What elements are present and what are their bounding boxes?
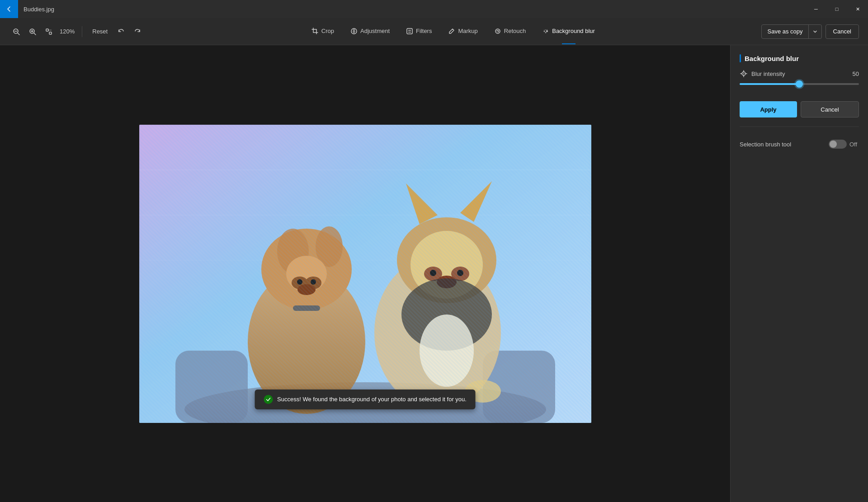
blur-slider-thumb[interactable]: [796, 80, 803, 88]
blur-slider-track: [740, 83, 859, 85]
zoom-level: 120%: [58, 28, 76, 35]
blur-slider-fill: [740, 83, 799, 85]
svg-point-12: [354, 29, 355, 30]
selection-brush-toggle[interactable]: [829, 140, 847, 149]
background-blur-icon: [542, 28, 549, 35]
zoom-controls: 120% Reset: [9, 24, 145, 39]
toolbar-actions: Save as copy Cancel: [761, 24, 859, 39]
success-icon: [264, 395, 273, 404]
svg-point-18: [544, 30, 545, 32]
save-copy-button[interactable]: Save as copy: [761, 24, 821, 39]
apply-button[interactable]: Apply: [740, 101, 797, 117]
blur-intensity-icon: [740, 70, 748, 78]
tool-navigation: Crop Adjustment Filters: [145, 18, 761, 45]
blur-intensity-label: Blur intensity: [751, 70, 844, 77]
blur-intensity-section: Blur intensity 50: [740, 70, 859, 94]
toggle-knob: [830, 141, 837, 148]
main-toolbar: 120% Reset Crop: [0, 18, 868, 45]
main-content: Success! We found the background of your…: [0, 45, 868, 502]
minimize-button[interactable]: ─: [806, 0, 826, 18]
svg-rect-14: [407, 28, 412, 34]
success-toast: Success! We found the background of your…: [255, 389, 476, 409]
adjustment-tool[interactable]: Adjustment: [342, 18, 398, 45]
selection-overlay: [139, 125, 591, 423]
maximize-button[interactable]: □: [826, 0, 847, 18]
toggle-state-label: Off: [849, 141, 857, 148]
svg-rect-7: [46, 29, 48, 31]
close-button[interactable]: ✕: [847, 0, 868, 18]
svg-point-13: [354, 32, 355, 33]
svg-line-4: [34, 33, 36, 35]
svg-point-19: [545, 29, 546, 30]
adjustment-icon: [350, 28, 358, 35]
svg-line-1: [18, 33, 19, 35]
photo-container: Success! We found the background of your…: [139, 125, 591, 423]
filename-title: Buddies.jpg: [18, 6, 54, 13]
background-blur-tool[interactable]: Background blur: [534, 18, 603, 45]
markup-icon: [448, 28, 455, 35]
retouch-tool[interactable]: Retouch: [486, 18, 534, 45]
svg-point-17: [495, 29, 500, 33]
panel-title: Background blur: [740, 54, 859, 62]
fit-button[interactable]: [42, 24, 56, 39]
zoom-in-button[interactable]: [25, 24, 40, 39]
crop-tool[interactable]: Crop: [303, 18, 342, 45]
blur-intensity-value: 50: [848, 70, 859, 77]
window-controls: ─ □ ✕: [806, 0, 868, 18]
back-button[interactable]: [0, 0, 18, 18]
markup-tool[interactable]: Markup: [440, 18, 486, 45]
panel-cancel-button[interactable]: Cancel: [801, 101, 859, 117]
selection-brush-label: Selection brush tool: [740, 141, 825, 148]
dogs-image: [139, 125, 591, 423]
panel-divider: [740, 127, 859, 127]
svg-point-20: [546, 30, 548, 32]
divider-1: [82, 26, 82, 37]
zoom-out-button[interactable]: [9, 24, 24, 39]
svg-rect-8: [49, 32, 52, 34]
canvas-area: Success! We found the background of your…: [0, 45, 730, 502]
photo: [139, 125, 591, 423]
accent-bar: [740, 54, 741, 62]
svg-point-23: [547, 29, 547, 30]
svg-point-57: [743, 73, 745, 75]
action-buttons: Apply Cancel: [740, 101, 859, 117]
blur-slider-container[interactable]: [740, 81, 859, 87]
svg-point-22: [544, 29, 545, 30]
top-cancel-button[interactable]: Cancel: [826, 24, 859, 39]
right-panel: Background blur Blur intensity 50: [730, 45, 868, 502]
toast-message: Success! We found the background of your…: [277, 396, 467, 403]
toggle-container: Off: [829, 140, 859, 149]
svg-point-21: [545, 32, 547, 33]
crop-icon: [311, 28, 319, 35]
undo-button[interactable]: [114, 24, 128, 39]
reset-button[interactable]: Reset: [88, 26, 112, 37]
filters-icon: [406, 28, 413, 35]
titlebar: Buddies.jpg ─ □ ✕: [0, 0, 868, 18]
selection-brush-row: Selection brush tool Off: [740, 140, 859, 149]
save-copy-dropdown-arrow[interactable]: [809, 25, 821, 38]
filters-tool[interactable]: Filters: [398, 18, 440, 45]
retouch-icon: [494, 28, 501, 35]
redo-button[interactable]: [130, 24, 145, 39]
